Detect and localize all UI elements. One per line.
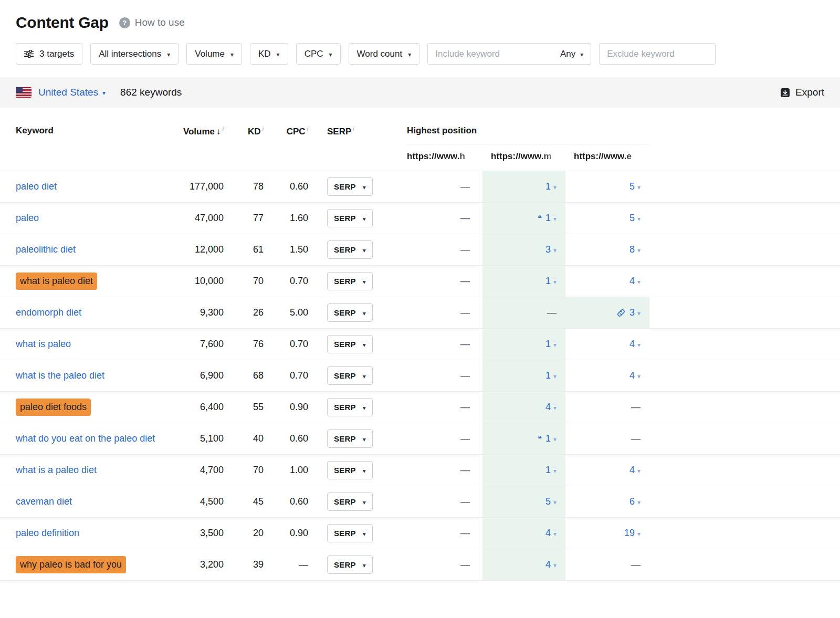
serp-dropdown-button[interactable]: SERP▾	[327, 240, 373, 259]
position-dropdown[interactable]: 4▾	[545, 402, 556, 413]
keyword-link[interactable]: what is paleo	[16, 337, 71, 351]
targets-button[interactable]: 3 targets	[16, 43, 82, 65]
position-number: 1	[545, 276, 551, 287]
position-dropdown[interactable]: 1▾	[545, 276, 556, 287]
keyword-link[interactable]: what is the paleo diet	[16, 369, 104, 383]
position-dropdown[interactable]: 1▾	[545, 370, 556, 381]
chevron-down-icon: ▾	[637, 215, 640, 223]
cpc-cell: 0.70	[264, 329, 308, 360]
serp-dropdown-button[interactable]: SERP▾	[327, 366, 373, 385]
serp-cell: SERP▾	[308, 297, 391, 328]
no-position-dash: —	[460, 181, 470, 192]
keyword-link[interactable]: paleo definition	[16, 526, 79, 540]
serp-dropdown-button[interactable]: SERP▾	[327, 430, 373, 448]
match-mode-dropdown[interactable]: Any ▾	[553, 44, 591, 64]
keyword-link[interactable]: paleo diet	[16, 180, 57, 194]
serp-button-label: SERP	[334, 245, 356, 254]
column-header-kd[interactable]: KDi	[224, 125, 264, 144]
column-header-keyword[interactable]: Keyword	[0, 125, 173, 144]
position-dropdown[interactable]: 4▾	[629, 370, 640, 381]
target-url-header-row: https://www.h https://www.m https://www.…	[0, 144, 840, 171]
target-url-header[interactable]: https://www.h	[391, 151, 482, 162]
serp-button-label: SERP	[334, 182, 356, 191]
position-dropdown[interactable]: 4▾	[629, 276, 640, 287]
row-filler	[649, 266, 840, 297]
keyword-cell: what is the paleo diet	[0, 360, 173, 391]
keyword-link[interactable]: why paleo is bad for you	[16, 556, 126, 573]
serp-dropdown-button[interactable]: SERP▾	[327, 398, 373, 416]
keyword-link[interactable]: paleo diet foods	[16, 399, 91, 416]
table-row: what do you eat on the paleo diet5,10040…	[0, 423, 840, 455]
position-dropdown[interactable]: ❝1▾	[538, 213, 556, 224]
serp-dropdown-button[interactable]: SERP▾	[327, 272, 373, 290]
position-dropdown[interactable]: 1▾	[545, 181, 556, 192]
position-dropdown[interactable]: 4▾	[629, 339, 640, 350]
position-dropdown[interactable]: 3▾	[545, 244, 556, 255]
keyword-link[interactable]: paleo	[16, 211, 39, 225]
position-dropdown[interactable]: 5▾	[629, 181, 640, 192]
position-dropdown[interactable]: 5▾	[545, 496, 556, 507]
position-dropdown[interactable]: 1▾	[545, 339, 556, 350]
exclude-keyword-input[interactable]	[599, 43, 716, 65]
serp-dropdown-button[interactable]: SERP▾	[327, 335, 373, 353]
serp-button-label: SERP	[334, 340, 356, 349]
chevron-down-icon: ▾	[363, 499, 366, 506]
sliders-icon	[24, 50, 34, 58]
keyword-link[interactable]: endomorph diet	[16, 306, 81, 320]
serp-dropdown-button[interactable]: SERP▾	[327, 177, 373, 196]
include-keyword-input[interactable]	[428, 44, 553, 64]
position-dropdown[interactable]: 1▾	[545, 465, 556, 476]
keyword-link[interactable]: paleolithic diet	[16, 243, 76, 257]
intersections-dropdown[interactable]: All intersections ▾	[90, 43, 178, 65]
chevron-down-icon: ▾	[363, 310, 366, 317]
cpc-filter-dropdown[interactable]: CPC ▾	[296, 43, 341, 65]
chevron-down-icon: ▾	[553, 373, 556, 380]
position-number: 4	[629, 465, 635, 476]
how-to-use-link[interactable]: ? How to use	[119, 17, 185, 28]
serp-dropdown-button[interactable]: SERP▾	[327, 493, 373, 511]
column-header-cpc[interactable]: CPCi	[264, 125, 308, 144]
featured-snippet-quote-icon: ❝	[538, 434, 542, 444]
match-mode-label: Any	[560, 49, 575, 59]
serp-dropdown-button[interactable]: SERP▾	[327, 461, 373, 479]
position-number: 5	[545, 496, 551, 507]
position-dropdown[interactable]: ❝1▾	[538, 433, 556, 444]
position-dropdown[interactable]: 19▾	[624, 528, 640, 539]
export-button[interactable]: Export	[780, 87, 824, 98]
chevron-down-icon: ▾	[363, 342, 366, 348]
keyword-cell: paleo diet foods	[0, 392, 173, 423]
position-dropdown[interactable]: 5▾	[629, 213, 640, 224]
row-filler	[649, 360, 840, 391]
column-header-volume[interactable]: Volume↓i	[173, 125, 224, 144]
position-number: 4	[629, 339, 635, 350]
keyword-cell: what is paleo	[0, 329, 173, 360]
volume-filter-dropdown[interactable]: Volume ▾	[186, 43, 242, 65]
serp-dropdown-button[interactable]: SERP▾	[327, 303, 373, 322]
position-dropdown[interactable]: 3▾	[617, 307, 640, 318]
chevron-down-icon: ▾	[363, 279, 366, 285]
serp-button-label: SERP	[334, 403, 356, 412]
kd-filter-dropdown[interactable]: KD ▾	[250, 43, 288, 65]
position-number: 8	[629, 244, 635, 255]
serp-dropdown-button[interactable]: SERP▾	[327, 209, 373, 227]
country-selector[interactable]: United States ▾	[38, 87, 106, 98]
serp-button-label: SERP	[334, 529, 356, 538]
serp-dropdown-button[interactable]: SERP▾	[327, 556, 373, 574]
keyword-link[interactable]: what is a paleo diet	[16, 463, 97, 477]
position-dropdown[interactable]: 8▾	[629, 244, 640, 255]
keyword-link[interactable]: what is paleo diet	[16, 273, 97, 290]
serp-dropdown-button[interactable]: SERP▾	[327, 524, 373, 542]
keyword-link[interactable]: caveman diet	[16, 495, 72, 509]
position-dropdown[interactable]: 4▾	[545, 559, 556, 570]
chevron-down-icon: ▾	[553, 184, 556, 191]
position-cell: —	[391, 171, 482, 202]
position-cell: —	[391, 266, 482, 297]
keyword-link[interactable]: what do you eat on the paleo diet	[16, 432, 155, 446]
position-dropdown[interactable]: 4▾	[629, 465, 640, 476]
word-count-filter-dropdown[interactable]: Word count ▾	[349, 43, 420, 65]
position-cell: 5▾	[565, 171, 649, 202]
position-dropdown[interactable]: 4▾	[545, 528, 556, 539]
target-url-header[interactable]: https://www.m	[482, 151, 565, 162]
target-url-header[interactable]: https://www.e	[565, 151, 649, 162]
position-dropdown[interactable]: 6▾	[629, 496, 640, 507]
